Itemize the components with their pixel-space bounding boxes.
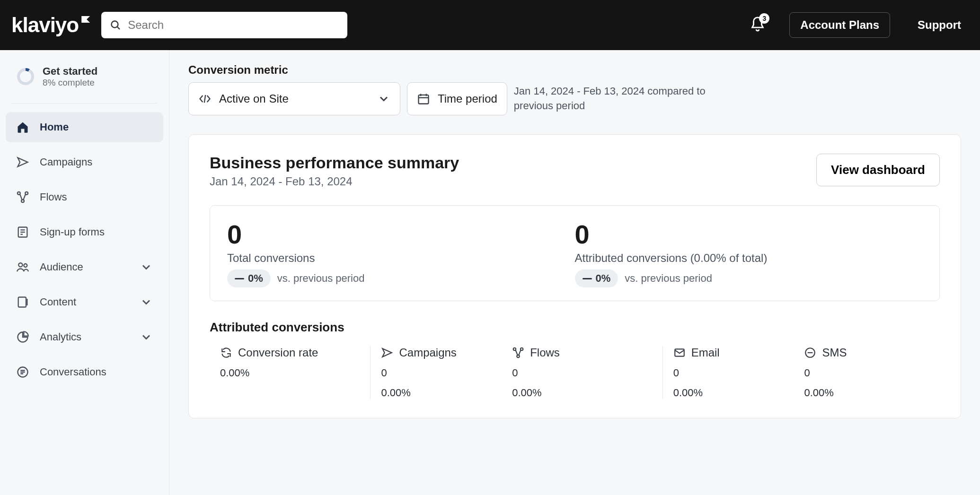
kpi-box: 0 Total conversions 0% vs. previous peri… [210,205,940,301]
notifications-button[interactable]: 3 [750,16,766,34]
sidebar-item-signup-forms[interactable]: Sign-up forms [6,217,163,247]
sidebar-item-content[interactable]: Content [6,287,163,317]
search-field[interactable] [101,12,347,38]
svg-point-19 [513,348,516,350]
delta-badge: 0% [227,269,271,287]
get-started-card[interactable]: Get started 8% complete [6,61,163,99]
metric-label: Email [691,346,720,359]
summary-card: Business performance summary Jan 14, 202… [188,134,961,418]
sidebar-item-label: Sign-up forms [40,226,105,238]
metric-value: 0.00% [512,387,652,399]
time-period-label: Time period [438,92,497,105]
sidebar-item-conversations[interactable]: Conversations [6,357,163,387]
get-started-title: Get started [43,65,97,78]
svg-point-2 [18,192,20,195]
metric-col-campaigns: Campaigns 0 0.00% [370,346,502,399]
metric-label: Flows [530,346,560,359]
sidebar: Get started 8% complete Home Campaigns F… [0,50,169,495]
sms-icon [804,347,816,359]
audience-icon [16,261,29,274]
sidebar-item-label: Flows [40,191,67,203]
delta-value: 0% [248,272,263,285]
kpi-label: Total conversions [227,252,575,265]
metric-col-conversion-rate: Conversion rate 0.00% [210,346,370,399]
svg-rect-11 [18,297,26,307]
chat-icon [16,365,29,379]
account-plans-button[interactable]: Account Plans [789,12,890,38]
dash-icon [583,278,592,279]
attributed-metrics-grid: Conversion rate 0.00% Campaigns 0 0.00% [210,346,940,399]
sidebar-item-label: Home [40,121,69,133]
sidebar-item-flows[interactable]: Flows [6,182,163,212]
sidebar-item-label: Analytics [40,331,81,343]
kpi-total-conversions: 0 Total conversions 0% vs. previous peri… [227,219,575,287]
sidebar-item-analytics[interactable]: Analytics [6,322,163,352]
logo[interactable]: klaviyo [11,13,90,37]
calendar-icon [417,92,430,105]
metric-value: 0.00% [381,387,491,399]
svg-line-14 [204,95,205,103]
metric-col-flows: Flows 0 0.00% [502,346,662,399]
delta-badge: 0% [575,269,618,287]
compare-period-text: Jan 14, 2024 - Feb 13, 2024 compared to … [514,84,732,113]
sidebar-item-label: Campaigns [40,156,92,168]
main-content: Conversion metric Active on Site Time pe… [169,50,980,495]
flows-icon [512,347,524,359]
chevron-down-icon [140,330,153,344]
analytics-icon [16,330,29,344]
logo-flag-icon [81,16,90,23]
view-dashboard-button[interactable]: View dashboard [816,154,940,186]
home-icon [16,121,29,134]
metric-col-sms: SMS 0 0.00% [794,346,940,399]
chevron-down-icon [140,261,153,274]
sidebar-item-campaigns[interactable]: Campaigns [6,147,163,177]
metric-label: Campaigns [399,346,456,359]
search-icon [110,19,121,31]
notification-badge: 3 [759,13,769,24]
metric-value: 0 [804,367,929,379]
dropdown-selected-value: Active on Site [219,92,289,105]
sidebar-item-label: Content [40,296,76,308]
refresh-icon [220,347,232,359]
metric-value: 0 [381,367,491,379]
conversion-metric-heading: Conversion metric [188,63,961,77]
metric-value: 0 [673,367,784,379]
content-icon [16,295,29,309]
flows-icon [16,191,29,204]
progress-ring-icon [17,68,34,85]
delta-value: 0% [596,272,611,285]
svg-rect-15 [419,95,429,104]
metric-col-email: Email 0 0.00% [662,346,794,399]
chevron-down-icon [377,92,390,105]
conversion-metric-dropdown[interactable]: Active on Site [188,82,400,115]
svg-line-1 [117,27,120,29]
attributed-conversions-heading: Attributed conversions [210,320,940,335]
time-period-button[interactable]: Time period [407,82,507,115]
dash-icon [235,278,244,279]
kpi-value: 0 [575,219,923,250]
search-input[interactable] [128,18,339,32]
top-bar: klaviyo 3 Account Plans Support [0,0,980,50]
metric-label: Conversion rate [238,346,318,359]
get-started-subtitle: 8% complete [43,78,97,88]
metric-value: 0.00% [804,387,929,399]
logo-text: klaviyo [11,13,79,37]
svg-point-10 [24,264,27,267]
sidebar-item-audience[interactable]: Audience [6,252,163,282]
metric-value: 0.00% [673,387,784,399]
vs-text: vs. previous period [277,272,365,285]
svg-point-20 [521,348,523,350]
send-icon [16,156,29,169]
support-link[interactable]: Support [918,18,961,32]
summary-date-range: Jan 14, 2024 - Feb 13, 2024 [210,175,459,188]
kpi-value: 0 [227,219,575,250]
svg-point-3 [25,192,28,195]
kpi-label: Attributed conversions (0.00% of total) [575,252,923,265]
metric-label: SMS [822,346,847,359]
kpi-attributed-conversions: 0 Attributed conversions (0.00% of total… [575,219,923,287]
send-icon [381,347,393,359]
sidebar-item-label: Conversations [40,366,106,378]
form-icon [16,226,29,239]
metric-value: 0 [512,367,652,379]
sidebar-item-home[interactable]: Home [6,112,163,142]
